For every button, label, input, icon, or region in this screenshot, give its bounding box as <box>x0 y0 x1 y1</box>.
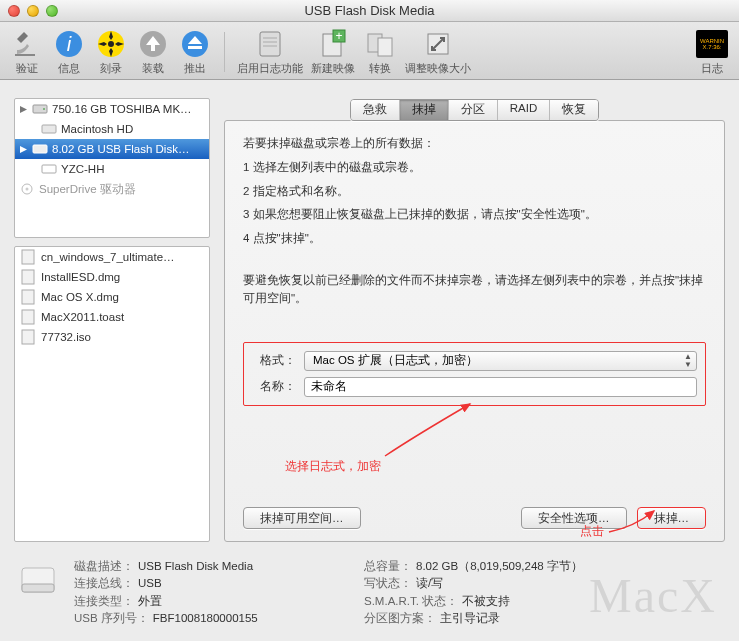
toolbar: 验证 i 信息 刻录 装载 推出 启用日志功能 + 新建映像 转换 <box>0 22 739 80</box>
file-row[interactable]: MacX2011.toast <box>15 307 209 327</box>
tab-erase[interactable]: 抹掉 <box>400 100 449 120</box>
log-badge-icon: WARNINX.7:36: <box>696 28 728 60</box>
svg-rect-18 <box>33 145 47 153</box>
svg-rect-25 <box>22 310 34 324</box>
resize-icon <box>422 28 454 60</box>
tab-bar: 急救 抹掉 分区 RAID 恢复 <box>224 99 725 121</box>
hdd-icon <box>41 122 57 136</box>
disk-tree[interactable]: 750.16 GB TOSHIBA MK… Macintosh HD 8.02 … <box>14 98 210 238</box>
format-form-highlight: 格式： Mac OS 扩展（日志式，加密） ▲▼ 名称： <box>243 342 706 406</box>
journal-icon <box>254 28 286 60</box>
optical-icon <box>19 182 35 196</box>
file-row[interactable]: 77732.iso <box>15 327 209 347</box>
disk-row-selected[interactable]: 8.02 GB USB Flash Disk… <box>15 139 209 159</box>
window: USB Flash Disk Media 验证 i 信息 刻录 装载 推出 启用… <box>0 0 739 641</box>
toast-icon <box>21 309 35 325</box>
svg-point-21 <box>26 188 29 191</box>
minimize-icon[interactable] <box>27 5 39 17</box>
resize-image-button[interactable]: 调整映像大小 <box>405 28 471 76</box>
file-row[interactable]: Mac OS X.dmg <box>15 287 209 307</box>
burn-icon <box>95 28 127 60</box>
instructions: 若要抹掉磁盘或宗卷上的所有数据： 1 选择左侧列表中的磁盘或宗卷。 2 指定格式… <box>243 135 706 314</box>
erase-button[interactable]: 抹掉… <box>637 507 707 529</box>
svg-rect-26 <box>22 330 34 344</box>
annotation-arrow-icon <box>375 396 485 466</box>
volume-icon <box>41 162 57 176</box>
log-button[interactable]: WARNINX.7:36: 日志 <box>695 28 729 76</box>
file-row[interactable]: InstallESD.dmg <box>15 267 209 287</box>
svg-rect-0 <box>15 54 35 56</box>
chevron-updown-icon: ▲▼ <box>684 353 692 369</box>
svg-rect-28 <box>22 584 54 592</box>
erase-panel: 若要抹掉磁盘或宗卷上的所有数据： 1 选择左侧列表中的磁盘或宗卷。 2 指定格式… <box>224 120 725 542</box>
volume-row[interactable]: Macintosh HD <box>15 119 209 139</box>
dmg-icon <box>21 289 35 305</box>
svg-rect-19 <box>42 165 56 173</box>
tab-raid[interactable]: RAID <box>498 100 550 120</box>
dmg-icon <box>21 269 35 285</box>
convert-button[interactable]: 转换 <box>363 28 397 76</box>
eject-icon <box>179 28 211 60</box>
titlebar: USB Flash Disk Media <box>0 0 739 22</box>
new-image-icon: + <box>317 28 349 60</box>
close-icon[interactable] <box>8 5 20 17</box>
traffic-lights <box>8 5 58 17</box>
burn-button[interactable]: 刻录 <box>94 28 128 76</box>
hdd-icon <box>32 102 48 116</box>
verify-button[interactable]: 验证 <box>10 28 44 76</box>
format-select[interactable]: Mac OS 扩展（日志式，加密） ▲▼ <box>304 351 697 371</box>
usb-disk-icon <box>32 142 48 156</box>
erase-free-space-button[interactable]: 抹掉可用空间… <box>243 507 361 529</box>
security-options-button[interactable]: 安全性选项… <box>521 507 627 529</box>
microscope-icon <box>11 28 43 60</box>
info-button[interactable]: i 信息 <box>52 28 86 76</box>
svg-text:i: i <box>67 33 72 55</box>
button-row: 抹掉可用空间… 安全性选项… 抹掉… <box>243 467 706 529</box>
format-label: 格式： <box>252 352 296 369</box>
content-area: 急救 抹掉 分区 RAID 恢复 若要抹掉磁盘或宗卷上的所有数据： 1 选择左侧… <box>224 98 725 542</box>
svg-text:+: + <box>335 29 342 43</box>
name-input[interactable] <box>304 377 697 397</box>
eject-button[interactable]: 推出 <box>178 28 212 76</box>
svg-rect-22 <box>22 250 34 264</box>
svg-rect-24 <box>22 290 34 304</box>
svg-point-4 <box>108 41 114 47</box>
external-disk-icon <box>16 558 60 602</box>
info-icon: i <box>53 28 85 60</box>
footer: 磁盘描述：USB Flash Disk Media 连接总线：USB 连接类型：… <box>0 548 739 641</box>
svg-point-16 <box>43 108 45 110</box>
svg-rect-7 <box>188 46 202 49</box>
tab-first-aid[interactable]: 急救 <box>351 100 400 120</box>
sidebar: 750.16 GB TOSHIBA MK… Macintosh HD 8.02 … <box>14 98 210 542</box>
new-image-button[interactable]: + 新建映像 <box>311 28 355 76</box>
tab-partition[interactable]: 分区 <box>449 100 498 120</box>
main-area: 750.16 GB TOSHIBA MK… Macintosh HD 8.02 … <box>0 80 739 548</box>
zoom-icon[interactable] <box>46 5 58 17</box>
window-title: USB Flash Disk Media <box>0 3 739 18</box>
separator <box>224 32 225 72</box>
volume-row[interactable]: YZC-HH <box>15 159 209 179</box>
image-file-list[interactable]: cn_windows_7_ultimate… InstallESD.dmg Ma… <box>14 246 210 542</box>
svg-rect-13 <box>378 38 392 56</box>
optical-row[interactable]: SuperDrive 驱动器 <box>15 179 209 199</box>
svg-rect-23 <box>22 270 34 284</box>
iso-icon <box>21 329 35 345</box>
mount-button[interactable]: 装载 <box>136 28 170 76</box>
enable-journal-button[interactable]: 启用日志功能 <box>237 28 303 76</box>
convert-icon <box>364 28 396 60</box>
mount-icon <box>137 28 169 60</box>
tab-restore[interactable]: 恢复 <box>550 100 598 120</box>
dmg-icon <box>21 249 35 265</box>
disk-row[interactable]: 750.16 GB TOSHIBA MK… <box>15 99 209 119</box>
file-row[interactable]: cn_windows_7_ultimate… <box>15 247 209 267</box>
svg-rect-17 <box>42 125 56 133</box>
svg-rect-8 <box>260 32 280 56</box>
name-label: 名称： <box>252 378 296 395</box>
